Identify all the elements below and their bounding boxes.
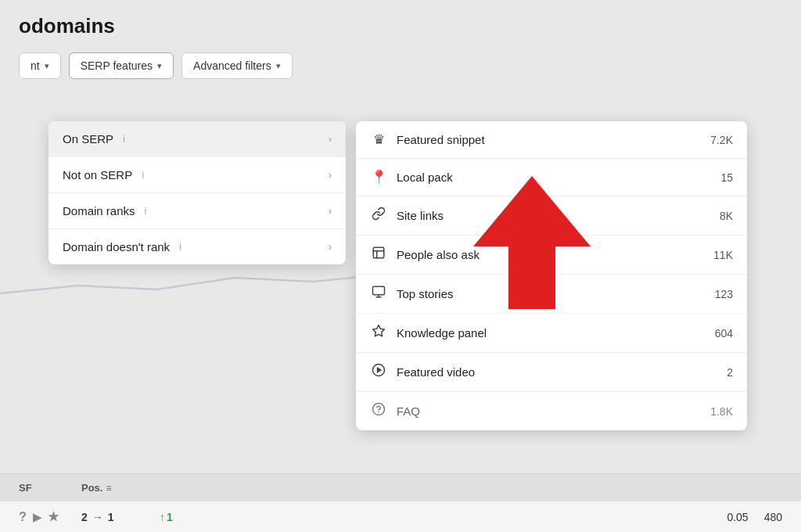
feature-item-local-pack-left: 📍 Local pack xyxy=(370,169,453,185)
knowledge-panel-label: Knowledge panel xyxy=(397,326,487,340)
featured-video-label: Featured video xyxy=(397,365,475,379)
sf-icons: ? ▶ ★ xyxy=(19,509,66,524)
pos-data: 2 → 1 xyxy=(81,511,114,523)
local-pack-count: 15 xyxy=(720,171,733,184)
site-links-count: 8K xyxy=(720,210,733,222)
menu-item-domain-doesnt-rank[interactable]: Domain doesn't rank i › xyxy=(48,229,346,264)
site-links-icon xyxy=(370,207,387,225)
chevron-right-icon-1: › xyxy=(329,133,332,145)
feature-item-local-pack[interactable]: 📍 Local pack 15 xyxy=(356,159,747,196)
menu-item-not-on-serp[interactable]: Not on SERP i › xyxy=(48,157,346,193)
filter-btn-1[interactable]: nt ▾ xyxy=(19,52,61,79)
page-title: odomains xyxy=(19,14,782,38)
people-also-ask-count: 11K xyxy=(713,249,733,261)
table-data-row: ? ▶ ★ 2 → 1 ↑ 1 0.05 480 xyxy=(0,501,801,532)
chevron-right-icon-3: › xyxy=(329,205,332,217)
chevron-down-icon-1: ▾ xyxy=(45,61,49,71)
feature-item-top-stories[interactable]: Top stories 123 xyxy=(356,275,747,314)
feature-item-people-also-ask[interactable]: People also ask 11K xyxy=(356,235,747,275)
serp-features-dropdown: On SERP i › Not on SERP i › Domain ranks… xyxy=(48,121,346,264)
sort-icon: ≡ xyxy=(106,483,111,494)
site-links-label: Site links xyxy=(397,209,444,222)
col-pos-data: 2 → 1 xyxy=(81,511,144,523)
menu-item-not-on-serp-label: Not on SERP xyxy=(63,168,132,182)
pos-from: 2 xyxy=(81,511,88,523)
play-icon[interactable]: ▶ xyxy=(33,511,41,523)
menu-item-domain-ranks-left: Domain ranks i xyxy=(63,204,146,217)
feature-item-featured-video-left: Featured video xyxy=(370,363,475,381)
feature-list-inner[interactable]: ♛ Featured snippet 7.2K 📍 Local pack 15 xyxy=(356,121,747,430)
pos-to: 1 xyxy=(108,511,114,523)
local-pack-icon: 📍 xyxy=(370,169,387,185)
menu-item-domain-ranks[interactable]: Domain ranks i › xyxy=(48,193,346,229)
svg-rect-0 xyxy=(373,247,384,258)
featured-snippet-label: Featured snippet xyxy=(397,133,485,146)
col-change: ↑ 1 xyxy=(160,511,711,523)
col-pos-header: Pos. ≡ xyxy=(81,482,144,494)
people-also-ask-label: People also ask xyxy=(397,248,480,261)
feature-item-site-links-left: Site links xyxy=(370,207,444,225)
menu-item-domain-doesnt-rank-info: i xyxy=(179,241,181,253)
top-section: odomains nt ▾ SERP features ▾ Advanced f… xyxy=(0,0,801,79)
menu-item-on-serp[interactable]: On SERP i › xyxy=(48,121,346,157)
people-also-ask-icon xyxy=(370,246,387,264)
menu-item-domain-ranks-label: Domain ranks xyxy=(63,204,135,217)
change-value: ↑ 1 xyxy=(160,511,711,523)
menu-item-on-serp-info: i xyxy=(123,133,125,145)
menu-item-not-on-serp-info: i xyxy=(142,169,144,181)
metric-2: 480 xyxy=(764,511,782,523)
svg-marker-8 xyxy=(378,368,382,372)
feature-item-top-stories-left: Top stories xyxy=(370,285,454,303)
knowledge-panel-icon xyxy=(370,324,387,342)
feature-item-site-links[interactable]: Site links 8K xyxy=(356,196,747,235)
chevron-down-icon-3: ▾ xyxy=(276,61,281,71)
arrow-up-icon: ↑ xyxy=(160,511,165,523)
star-icon[interactable]: ★ xyxy=(48,509,59,524)
svg-rect-3 xyxy=(373,286,385,295)
top-stories-count: 123 xyxy=(715,288,733,300)
feature-item-featured-video[interactable]: Featured video 2 xyxy=(356,353,747,392)
feature-item-faq-left: FAQ xyxy=(370,402,420,420)
knowledge-panel-count: 604 xyxy=(715,327,733,340)
metric-1: 0.05 xyxy=(727,511,748,523)
arrow-right-icon: → xyxy=(92,511,103,523)
chevron-right-icon-2: › xyxy=(329,169,332,181)
menu-item-on-serp-label: On SERP xyxy=(63,132,113,146)
col-sf-header: SF xyxy=(19,482,66,494)
feature-item-knowledge-panel-left: Knowledge panel xyxy=(370,324,487,342)
svg-marker-6 xyxy=(373,325,385,336)
change-number: 1 xyxy=(167,511,173,523)
featured-snippet-icon: ♛ xyxy=(370,131,387,148)
faq-count: 1.8K xyxy=(710,405,733,418)
table-area: SF Pos. ≡ ? ▶ ★ 2 → 1 ↑ 1 xyxy=(0,473,801,532)
feature-list-dropdown: ♛ Featured snippet 7.2K 📍 Local pack 15 xyxy=(356,121,747,430)
feature-item-people-also-ask-left: People also ask xyxy=(370,246,480,264)
filter-btn-1-label: nt xyxy=(31,59,40,72)
feature-item-featured-snippet[interactable]: ♛ Featured snippet 7.2K xyxy=(356,121,747,159)
filter-bar: nt ▾ SERP features ▾ Advanced filters ▾ xyxy=(19,52,782,79)
question-icon[interactable]: ? xyxy=(19,510,27,524)
local-pack-label: Local pack xyxy=(397,171,453,184)
feature-item-faq[interactable]: FAQ 1.8K xyxy=(356,392,747,430)
col-sf-data: ? ▶ ★ xyxy=(19,509,66,524)
serp-features-button[interactable]: SERP features ▾ xyxy=(69,52,174,79)
table-header-row: SF Pos. ≡ xyxy=(0,473,801,501)
faq-icon xyxy=(370,402,387,420)
top-stories-label: Top stories xyxy=(397,287,454,300)
chevron-down-icon-2: ▾ xyxy=(157,61,162,71)
advanced-filters-label: Advanced filters xyxy=(193,59,271,72)
feature-item-featured-snippet-left: ♛ Featured snippet xyxy=(370,131,485,148)
feature-item-knowledge-panel[interactable]: Knowledge panel 604 xyxy=(356,314,747,353)
advanced-filters-button[interactable]: Advanced filters ▾ xyxy=(181,52,293,79)
serp-features-label: SERP features xyxy=(81,59,153,72)
menu-item-domain-ranks-info: i xyxy=(145,205,147,217)
top-stories-icon xyxy=(370,285,387,303)
faq-label: FAQ xyxy=(397,404,420,418)
featured-snippet-count: 7.2K xyxy=(710,134,733,146)
chevron-right-icon-4: › xyxy=(329,241,332,253)
featured-video-count: 2 xyxy=(727,366,733,379)
featured-video-icon xyxy=(370,363,387,381)
col-pos-label: Pos. xyxy=(81,482,102,494)
menu-item-domain-doesnt-rank-label: Domain doesn't rank xyxy=(63,240,170,253)
menu-item-domain-doesnt-rank-left: Domain doesn't rank i xyxy=(63,240,181,253)
